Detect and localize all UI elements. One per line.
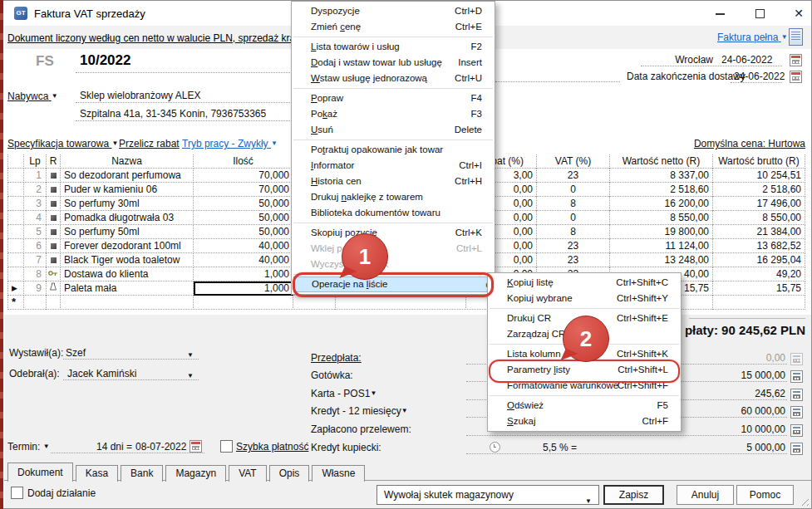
context-menu-item-drukuj-naklejkę-z-towarem[interactable]: Drukuj naklejkę z towarem [293, 189, 493, 205]
tab-magazyn[interactable]: Magazyn [165, 465, 226, 482]
spec-dropdown[interactable]: Specyfikacja towarowa ▼ [7, 138, 118, 149]
tab-dokument[interactable]: Dokument [7, 463, 73, 482]
term-date[interactable]: 08-07-2022 [135, 441, 186, 453]
row-name: Dostawa do klienta [61, 267, 194, 281]
full-invoice-label: Faktura pełna [717, 32, 778, 43]
calculator-icon[interactable] [790, 424, 803, 437]
context-menu-item-wklej-pozycje[interactable]: Wklej pozycjeCtrl+L [293, 241, 493, 257]
recalc-discount-link[interactable]: Przelicz rabat [119, 138, 180, 149]
payment-value[interactable]: 60 000,00 [677, 405, 785, 417]
row-qty: 50,000 [194, 211, 293, 225]
submenu-item-kopiuj-listę[interactable]: Kopiuj listęCtrl+Shift+C [490, 275, 679, 291]
context-menu-item-label: Potraktuj opakowanie jak towar [311, 144, 443, 154]
clock-icon [490, 442, 500, 453]
header-gross: Wartość brutto (R) [713, 154, 805, 169]
context-menu-item-dyspozycje[interactable]: DyspozycjeCtrl+D [293, 3, 493, 19]
submenu-item-kopiuj-wybrane[interactable]: Kopiuj wybraneCtrl+Shift+Y [490, 291, 679, 306]
term-label: Termin: [7, 441, 40, 453]
tab-opis[interactable]: Opis [269, 465, 310, 482]
quick-payment-label[interactable]: Szybka płatność [236, 441, 308, 453]
payment-value[interactable]: 10 000,00 [677, 423, 785, 435]
invoice-doc-icon[interactable] [789, 28, 803, 46]
payment-label-karta-pos1[interactable]: Karta - POS1 ▼ [311, 388, 376, 399]
row-gross: 2 518,60 [713, 183, 805, 197]
warehouse-effect-select[interactable]: Wywołaj skutek magazynowy ▼ [376, 485, 599, 505]
payment-value[interactable]: 0,00 [677, 352, 785, 364]
submenu-item-szukaj[interactable]: SzukajCtrl+F [490, 414, 679, 429]
context-menu-item-historia-cen[interactable]: Historia cenCtrl+H [293, 174, 493, 189]
calculator-icon[interactable] [790, 353, 803, 365]
tab-kasa[interactable]: Kasa [76, 465, 118, 482]
term-days[interactable]: 14 dni = [96, 441, 132, 453]
context-menu-item-wstaw-usługę-jednorazową[interactable]: Wstaw usługę jednorazowąCtrl+U [293, 71, 493, 86]
context-menu-item-label: Historia cen [311, 176, 362, 186]
product-icon [47, 197, 61, 211]
context-menu-item-shortcut: Delete [455, 122, 482, 138]
calculator-icon[interactable] [790, 370, 803, 383]
payment-percent: 5,5 % = [543, 442, 577, 453]
doc-number[interactable]: 10/2022 [80, 52, 130, 69]
default-price-link[interactable]: Domyślna cena: Hurtowa [689, 138, 805, 149]
cancel-button[interactable]: Anuluj [677, 485, 734, 505]
table-new-row[interactable]: * [7, 296, 805, 310]
tab-vat[interactable]: VAT [229, 465, 267, 482]
row-vat: 0 [537, 183, 610, 197]
delivery-date[interactable]: 24-06-2022 [734, 71, 785, 82]
save-button[interactable]: Zapisz [603, 485, 664, 505]
header-net: Wartość netto (R) [610, 154, 713, 169]
row-name: Puder w kamieniu 06 [61, 183, 194, 197]
payment-label-przedpłata[interactable]: Przedpłata: [311, 352, 362, 364]
row-name: Paleta mała [61, 281, 194, 296]
close-button[interactable]: ✕ [785, 1, 812, 26]
received-by-value[interactable]: Jacek Kamiński [67, 368, 136, 379]
tab-bank[interactable]: Bank [121, 465, 163, 482]
full-invoice-link[interactable]: Faktura pełna ▼ [717, 32, 788, 43]
calendar-icon[interactable] [189, 440, 202, 453]
chevron-down-icon: ▼ [585, 492, 592, 509]
header-lp: Lp [24, 154, 47, 169]
work-mode-dropdown[interactable]: Tryb pracy - Zwykły ▼ [182, 138, 278, 149]
payment-value[interactable]: 15 000,00 [677, 370, 785, 381]
payment-label-kredyt-12-miesięcy[interactable]: Kredyt - 12 miesięcy ▼ [311, 405, 408, 417]
submenu-item-odśwież[interactable]: OdświeżF5 [490, 398, 679, 414]
row-qty[interactable]: 1,000 [194, 281, 293, 296]
buyer-name[interactable]: Sklep wielobranżowy ALEX [80, 90, 200, 101]
calculator-icon[interactable] [790, 406, 803, 418]
context-menu-item-dodaj-i-wstaw-towar-lub-usługę[interactable]: Dodaj i wstaw towar lub usługęInsert [293, 55, 493, 71]
issued-by-value[interactable]: Szef [66, 347, 86, 359]
issue-date[interactable]: 24-06-2022 [721, 54, 772, 66]
row-net: 16 200,00 [610, 197, 713, 211]
context-menu-item-usuń[interactable]: UsuńDelete [293, 122, 493, 138]
calendar-icon[interactable] [790, 71, 802, 83]
quick-payment-checkbox[interactable] [220, 440, 233, 453]
maximize-button[interactable] [746, 1, 773, 26]
context-menu-item-zmień-cenę[interactable]: Zmień cenęCtrl+E [293, 19, 493, 35]
minimize-button[interactable] [706, 1, 733, 26]
submenu-item-label: Odśwież [507, 400, 544, 410]
calendar-icon[interactable] [790, 54, 802, 66]
empty-cell [24, 296, 47, 310]
chevron-down-icon: ▼ [370, 388, 376, 399]
issue-city[interactable]: Wrocław [641, 54, 713, 66]
context-menu-separator [293, 223, 493, 223]
context-menu-item-wyczyść-schowek[interactable]: Wyczyść schowek [293, 257, 493, 272]
calculator-icon[interactable] [790, 443, 803, 455]
context-menu-item-pokaż[interactable]: PokażF3 [293, 106, 493, 122]
context-menu-item-popraw[interactable]: PoprawF4 [293, 91, 493, 106]
buyer-address-underline [76, 120, 290, 121]
term-dropdown[interactable]: Termin: ▼ [7, 441, 50, 453]
context-menu-item-lista-towarów-i-usług[interactable]: Lista towarów i usługF2 [293, 39, 493, 55]
submenu-item-shortcut: F5 [657, 398, 668, 414]
tab-własne[interactable]: Własne [312, 465, 365, 482]
calculator-icon[interactable] [790, 389, 803, 401]
payment-value[interactable]: 5 000,00 [677, 442, 785, 453]
context-menu-item-potraktuj-opakowanie-jak-towar[interactable]: Potraktuj opakowanie jak towar [293, 142, 493, 158]
context-menu-item-informator[interactable]: InformatorCtrl+I [293, 158, 493, 174]
context-menu-item-skopiuj-pozycje[interactable]: Skopiuj pozycjeCtrl+K [293, 225, 493, 241]
buyer-label[interactable]: Nabywca ▼ [7, 91, 58, 102]
help-button[interactable]: Pomoc [736, 485, 794, 505]
payment-value[interactable]: 245,62 [677, 388, 785, 399]
buyer-address[interactable]: Szpitalna 41a, 31-345 Konin, 7936753365 [80, 108, 266, 120]
add-action-checkbox[interactable] [11, 487, 23, 499]
context-menu-item-biblioteka-dokumentów-towaru[interactable]: Biblioteka dokumentów towaru [293, 205, 493, 221]
